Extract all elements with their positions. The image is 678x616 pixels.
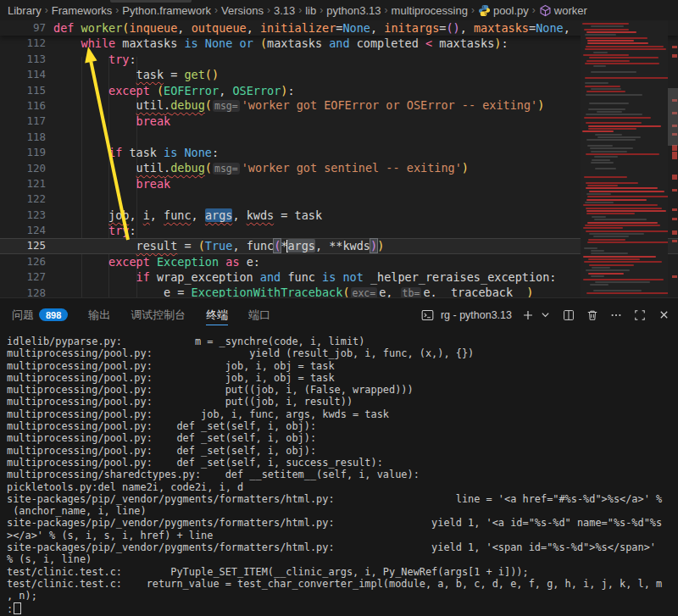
terminal-icon [420, 308, 436, 323]
terminal-row: multiprocessing/pool.py: def _set(self, … [7, 445, 678, 457]
panel-tab-3[interactable]: 终端 [206, 298, 228, 331]
code-line-126[interactable]: 126 except Exception as e: [0, 254, 678, 269]
line-number[interactable]: 124 [0, 223, 46, 238]
terminal-row: multiprocessing/pool.py: job, i, obj = t… [7, 372, 678, 384]
line-number[interactable]: 112 [0, 36, 46, 51]
line-number[interactable]: 118 [0, 130, 46, 145]
code-line-112[interactable]: 112 while maxtasks is None or (maxtasks … [0, 36, 678, 51]
terminal-row: test/clinic.test.c: return_value = test_… [7, 578, 678, 590]
breadcrumb-item-python3-13[interactable]: python3.13 [326, 4, 381, 17]
panel-tab-label: 终端 [206, 308, 228, 323]
line-number[interactable]: 115 [0, 83, 46, 98]
line-number[interactable]: 116 [0, 98, 46, 114]
code-text: if wrap_exception and func is not _helpe… [53, 269, 556, 285]
code-text: except (EOFError, OSError): [53, 83, 295, 98]
line-number[interactable]: 122 [0, 191, 46, 207]
breadcrumb-separator: › [471, 4, 475, 16]
python-icon [478, 4, 491, 17]
terminal-row: multiprocessing/pool.py: def _set(self, … [7, 432, 678, 444]
breadcrumb-item-multiprocessing[interactable]: multiprocessing [392, 4, 468, 17]
kill-terminal-icon[interactable] [585, 308, 600, 323]
code-text: def worker(inqueue, outqueue, initialize… [53, 20, 570, 36]
code-text: except Exception as e: [53, 254, 260, 269]
terminal-row: multiprocessing/pool.py: yield (result_j… [7, 347, 678, 359]
code-editor[interactable]: 97def worker(inqueue, outqueue, initiali… [0, 20, 678, 297]
line-number[interactable]: 128 [0, 286, 46, 297]
minimap[interactable] [581, 20, 668, 297]
terminal-row: site-packages/pip/_vendor/pygments/forma… [7, 493, 678, 505]
code-line-115[interactable]: 115 except (EOFError, OSError): [0, 83, 678, 98]
code-lines[interactable]: 112 while maxtasks is None or (maxtasks … [0, 36, 678, 297]
code-line-117[interactable]: 117 break [0, 114, 678, 129]
code-line-97[interactable]: 97def worker(inqueue, outqueue, initiali… [0, 20, 678, 36]
breadcrumb-item-library[interactable]: Library [8, 4, 42, 17]
terminal-row: idlelib/pyparse.py: m = _synchre(code, i… [7, 336, 678, 347]
breadcrumb-item-3-13[interactable]: 3.13 [274, 4, 295, 17]
breadcrumb-separator: › [115, 4, 119, 16]
line-number[interactable]: 113 [0, 52, 46, 67]
maximize-panel-icon[interactable] [632, 308, 647, 323]
code-line-119[interactable]: 119 if task is None: [0, 145, 678, 160]
line-number[interactable]: 97 [0, 20, 46, 36]
breadcrumb-item-frameworks[interactable]: Frameworks [52, 4, 113, 17]
panel-tab-4[interactable]: 端口 [248, 298, 270, 331]
terminal-row: ></a>' % (s, i, s, i, href) + line [7, 530, 678, 541]
line-number[interactable]: 117 [0, 114, 46, 129]
line-number[interactable]: 126 [0, 254, 46, 269]
breadcrumb-separator: › [385, 4, 388, 16]
panel-tab-1[interactable]: 输出 [88, 298, 110, 331]
code-line-125[interactable]: 125 result = (True, func(*args, **kwds)) [0, 238, 678, 253]
code-line-122[interactable]: 122 [0, 191, 678, 207]
breadcrumb-separator: › [214, 4, 218, 16]
chevron-down-icon[interactable] [537, 308, 553, 323]
terminal-row: (anchor_name, i, line) [7, 505, 678, 517]
new-terminal-icon[interactable] [520, 308, 536, 323]
terminal-row: multiprocessing/pool.py: job, i, obj = t… [7, 360, 678, 372]
code-line-127[interactable]: 127 if wrap_exception and func is not _h… [0, 269, 678, 285]
code-line-121[interactable]: 121 break [0, 176, 678, 191]
breadcrumb-separator: › [267, 4, 270, 16]
terminal-row: , n); [7, 590, 678, 602]
code-line-113[interactable]: 113 try: [0, 52, 678, 67]
code-line-124[interactable]: 124 try: [0, 223, 678, 238]
breadcrumb-item-lib[interactable]: lib [305, 4, 316, 17]
close-panel-icon[interactable] [656, 308, 671, 323]
breadcrumb-item-pool-py[interactable]: pool.py [478, 4, 529, 17]
code-line-128[interactable]: 128 e = ExceptionWithTraceback(exc=e, tb… [0, 286, 678, 297]
panel-tab-2[interactable]: 调试控制台 [131, 298, 186, 331]
terminal-row: site-packages/pip/_vendor/pygments/forma… [7, 541, 678, 553]
code-line-116[interactable]: 116 util.debug(msg='worker got EOFError … [0, 98, 678, 114]
overview-ruler [668, 20, 678, 297]
problems-count-badge: 898 [39, 308, 68, 321]
code-line-120[interactable]: 120 util.debug(msg='worker got sentinel … [0, 161, 678, 176]
editor-scrollbar-thumb[interactable] [668, 88, 678, 146]
line-number[interactable]: 125 [0, 238, 46, 253]
panel-tab-0[interactable]: 问题898 [12, 298, 68, 331]
sticky-scroll-line[interactable]: 97def worker(inqueue, outqueue, initiali… [0, 20, 678, 36]
breadcrumb-separator: › [532, 4, 536, 16]
terminal-row: multiprocessing/pool.py: put((job, i, re… [7, 396, 678, 408]
breadcrumb-item-python-framework[interactable]: Python.framework [122, 4, 211, 17]
terminal-output[interactable]: idlelib/pyparse.py: m = _synchre(code, i… [0, 331, 678, 614]
breadcrumb-item-worker[interactable]: worker [539, 4, 587, 17]
terminal-row: multiprocessing/sharedctypes.py: def __s… [7, 469, 678, 480]
code-line-114[interactable]: 114 task = get() [0, 67, 678, 82]
panel-tab-label: 输出 [88, 308, 110, 323]
breadcrumb-item-versions[interactable]: Versions [221, 4, 264, 17]
code-line-118[interactable]: 118 [0, 130, 678, 145]
code-line-123[interactable]: 123 job, i, func, args, kwds = task [0, 208, 678, 223]
code-text: break [53, 114, 170, 129]
line-number[interactable]: 123 [0, 208, 46, 223]
terminal-row: test/clinic.test.c: PyTuple_SET_ITEM(__c… [7, 566, 678, 578]
panel-tab-label: 问题 [12, 308, 34, 323]
pager-prompt: : [7, 602, 678, 614]
terminal-row: % (s, i, line) [7, 553, 678, 565]
terminal-session-item[interactable]: rg - python3.13 [420, 308, 512, 323]
line-number[interactable]: 119 [0, 145, 46, 160]
line-number[interactable]: 127 [0, 269, 46, 285]
line-number[interactable]: 120 [0, 161, 46, 176]
split-terminal-icon[interactable] [561, 308, 576, 323]
line-number[interactable]: 121 [0, 176, 46, 191]
more-actions-icon[interactable] [609, 308, 624, 323]
line-number[interactable]: 114 [0, 67, 46, 82]
